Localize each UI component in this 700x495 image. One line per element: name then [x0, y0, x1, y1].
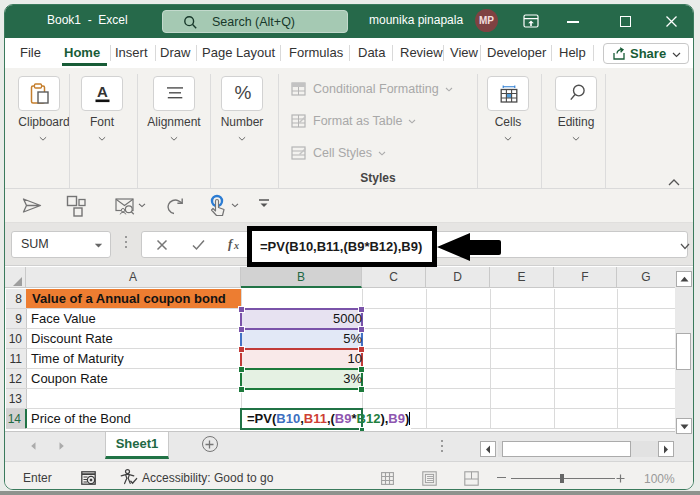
svg-text:%: %	[235, 82, 252, 103]
svg-text:A: A	[97, 83, 108, 100]
